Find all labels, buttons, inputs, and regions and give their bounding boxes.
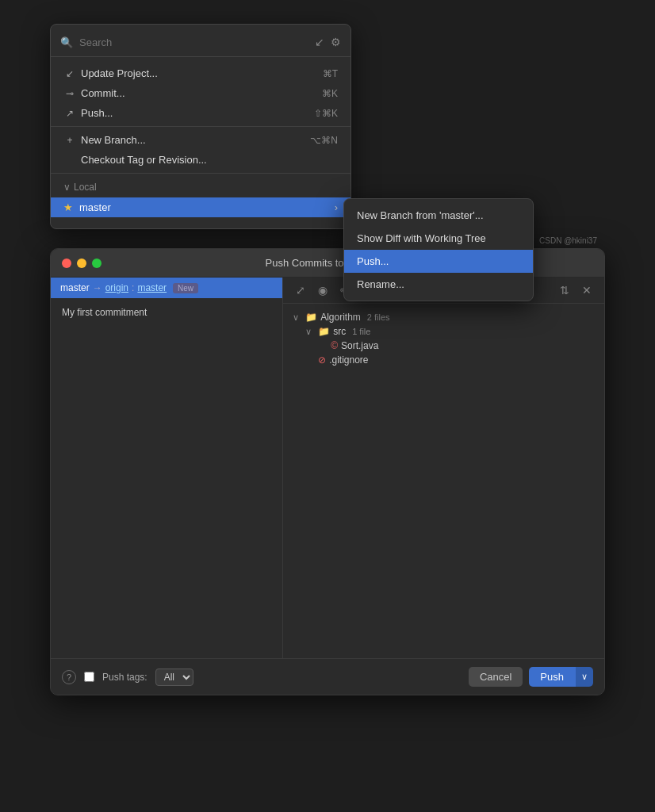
close-pane-icon[interactable]: ✕ bbox=[579, 282, 595, 298]
show-diff-label: Show Diff with Working Tree bbox=[357, 232, 486, 244]
gitignore-icon: ⊘ bbox=[318, 354, 326, 366]
push-tags-checkbox[interactable] bbox=[84, 672, 94, 682]
push-button[interactable]: Push bbox=[529, 667, 575, 687]
footer-right: Cancel Push ∨ bbox=[469, 667, 593, 687]
branch-actions-section: + New Branch... ⌥⌘N Checkout Tag or Revi… bbox=[51, 127, 350, 174]
branch-dropdown-menu: 🔍 ↙ ⚙ ↙ Update Project... ⌘T ⊸ Commit...… bbox=[50, 24, 351, 229]
master-branch-label: master bbox=[79, 201, 111, 213]
new-branch-label: New Branch... bbox=[81, 134, 305, 146]
search-right-icons: ↙ ⚙ bbox=[315, 36, 341, 48]
checkout-revision-item[interactable]: Checkout Tag or Revision... bbox=[51, 150, 350, 170]
tree-row-algorithm[interactable]: ∨ 📁 Algorithm 2 files bbox=[293, 310, 595, 324]
folder-icon-src: 📁 bbox=[318, 326, 330, 337]
rename-item[interactable]: Rename... bbox=[344, 273, 533, 296]
files-pane: ⤢ ◉ ✏ ☰ ⇅ ✕ ∨ 📁 Algorithm 2 files bbox=[283, 278, 604, 658]
close-button[interactable] bbox=[62, 259, 71, 268]
branch-bar: master → origin : master New bbox=[51, 278, 282, 298]
window-footer: ? Push tags: All Cancel Push ∨ bbox=[51, 658, 604, 695]
push-item[interactable]: ↗ Push... ⇧⌘K bbox=[51, 103, 350, 123]
commit-item[interactable]: My first commitment bbox=[51, 303, 282, 322]
push-commits-dialog: Push Commits to Algorithm master → origi… bbox=[50, 248, 605, 695]
branch-chevron-icon: › bbox=[335, 201, 338, 213]
search-row: 🔍 ↙ ⚙ bbox=[51, 31, 350, 57]
commit-label: Commit... bbox=[81, 87, 317, 99]
push-dropdown-button[interactable]: ∨ bbox=[575, 667, 593, 687]
window-body: master → origin : master New My first co… bbox=[51, 278, 604, 658]
folder-icon-algorithm: 📁 bbox=[305, 312, 317, 323]
branch-bar-local: master bbox=[60, 282, 90, 293]
toolbar-right: ⇅ ✕ bbox=[557, 282, 595, 298]
local-section-header: ∨ Local bbox=[51, 177, 350, 196]
branch-bar-origin[interactable]: origin bbox=[105, 282, 128, 293]
top-panel: 🔍 ↙ ⚙ ↙ Update Project... ⌘T ⊸ Commit...… bbox=[50, 24, 605, 229]
tree-label-algorithm: Algorithm bbox=[320, 312, 361, 323]
watermark: CSDN @hkini37 bbox=[539, 236, 597, 245]
commit-shortcut: ⌘K bbox=[322, 88, 338, 99]
tree-count-src: 1 file bbox=[352, 327, 370, 336]
commit-message: My first commitment bbox=[62, 307, 147, 318]
commit-item[interactable]: ⊸ Commit... ⌘K bbox=[51, 83, 350, 103]
tree-chevron-algorithm: ∨ bbox=[293, 312, 302, 323]
branch-bar-remote[interactable]: master bbox=[137, 282, 167, 293]
maximize-button[interactable] bbox=[92, 259, 102, 268]
local-section: ∨ Local ★ master › bbox=[51, 174, 350, 222]
search-icon: 🔍 bbox=[60, 36, 73, 48]
star-icon: ★ bbox=[63, 201, 73, 213]
push-button-group: Push ∨ bbox=[529, 667, 593, 687]
commit-list: My first commitment bbox=[51, 298, 282, 658]
push-icon: ↗ bbox=[63, 108, 76, 119]
branch-bar-arrow: → bbox=[93, 282, 102, 293]
search-input[interactable] bbox=[79, 36, 308, 48]
search-gear-icon[interactable]: ⚙ bbox=[331, 36, 341, 48]
file-tree: ∨ 📁 Algorithm 2 files ∨ 📁 src 1 file © S… bbox=[283, 304, 604, 658]
java-file-icon: © bbox=[331, 340, 338, 351]
master-branch-item[interactable]: ★ master › bbox=[51, 197, 350, 217]
tree-chevron-src: ∨ bbox=[305, 327, 315, 337]
push-shortcut: ⇧⌘K bbox=[314, 108, 338, 119]
update-project-label: Update Project... bbox=[81, 67, 318, 79]
search-filter-icon[interactable]: ↙ bbox=[315, 36, 324, 48]
help-button[interactable]: ? bbox=[62, 670, 76, 684]
local-chevron-icon: ∨ bbox=[63, 182, 71, 193]
branch-bar-colon: : bbox=[132, 282, 134, 293]
sort-icon[interactable]: ⇅ bbox=[557, 282, 573, 298]
cancel-button[interactable]: Cancel bbox=[469, 667, 523, 687]
new-branch-shortcut: ⌥⌘N bbox=[310, 135, 338, 146]
eye-icon[interactable]: ◉ bbox=[315, 282, 331, 298]
new-branch-from-master-item[interactable]: New Branch from 'master'... bbox=[344, 204, 533, 227]
push-tags-select[interactable]: All bbox=[155, 668, 193, 686]
window-controls bbox=[62, 259, 102, 268]
push-tags-label: Push tags: bbox=[102, 672, 147, 683]
vcs-actions-section: ↙ Update Project... ⌘T ⊸ Commit... ⌘K ↗ … bbox=[51, 60, 350, 127]
tree-count-algorithm: 2 files bbox=[367, 312, 390, 322]
new-branch-item[interactable]: + New Branch... ⌥⌘N bbox=[51, 130, 350, 150]
commits-pane: master → origin : master New My first co… bbox=[51, 278, 283, 658]
tree-label-src: src bbox=[333, 326, 346, 337]
tree-label-sortjava: Sort.java bbox=[341, 340, 378, 351]
minimize-button[interactable] bbox=[77, 259, 86, 268]
update-icon: ↙ bbox=[63, 68, 76, 79]
rename-label: Rename... bbox=[357, 278, 404, 290]
update-project-item[interactable]: ↙ Update Project... ⌘T bbox=[51, 63, 350, 83]
new-branch-icon: + bbox=[63, 135, 76, 146]
tree-row-sortjava[interactable]: © Sort.java bbox=[293, 339, 595, 353]
push-label: Push... bbox=[81, 107, 309, 119]
context-push-item[interactable]: Push... bbox=[344, 250, 533, 273]
checkout-label: Checkout Tag or Revision... bbox=[81, 154, 338, 166]
branch-context-menu: New Branch from 'master'... Show Diff wi… bbox=[343, 198, 534, 301]
update-shortcut: ⌘T bbox=[323, 68, 338, 79]
tree-label-gitignore: .gitignore bbox=[329, 354, 368, 366]
expand-icon[interactable]: ⤢ bbox=[293, 282, 308, 298]
commit-icon: ⊸ bbox=[63, 88, 76, 99]
local-section-label: Local bbox=[74, 182, 97, 193]
context-push-label: Push... bbox=[357, 255, 389, 267]
tree-row-gitignore[interactable]: ⊘ .gitignore bbox=[293, 353, 595, 367]
tree-row-src[interactable]: ∨ 📁 src 1 file bbox=[293, 324, 595, 339]
new-branch-from-master-label: New Branch from 'master'... bbox=[357, 209, 484, 221]
show-diff-item[interactable]: Show Diff with Working Tree bbox=[344, 227, 533, 250]
branch-bar-new-badge: New bbox=[173, 283, 198, 293]
